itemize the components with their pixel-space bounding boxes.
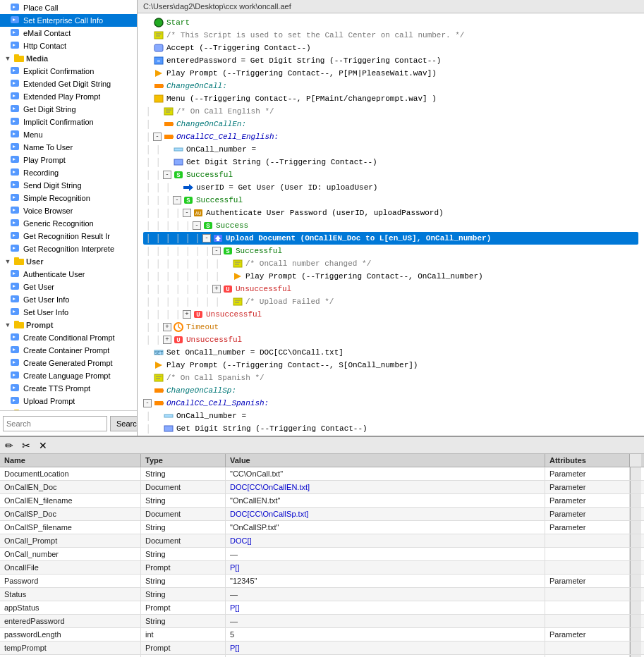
sidebar-item[interactable]: Authenticate User xyxy=(0,268,137,281)
sidebar-item[interactable]: Explicit Confirmation xyxy=(0,65,137,78)
sidebar-item[interactable]: Upload Prompt xyxy=(0,395,137,407)
table-row[interactable]: OnCall_numberString— xyxy=(0,548,644,561)
sidebar-item[interactable]: Create Conditional Prompt xyxy=(0,331,137,344)
table-row[interactable]: OncallFilePromptP[] xyxy=(0,561,644,575)
tree-line[interactable]: ││+UUnsuccessful xyxy=(143,333,638,346)
sidebar-item[interactable]: Create Language Prompt xyxy=(0,369,137,382)
tree-line[interactable]: ││+Timeout xyxy=(143,321,638,333)
tree-line[interactable]: ││││││-Upload Document (OnCallEN_Doc to … xyxy=(143,232,638,245)
tree-line[interactable]: ││││││││/* Upload Failed */ xyxy=(143,295,638,308)
search-button[interactable]: Search xyxy=(110,416,138,431)
sidebar-item[interactable]: Menu xyxy=(0,128,137,141)
expand-button[interactable]: - xyxy=(143,399,152,407)
sidebar-item[interactable]: Place Call xyxy=(0,1,137,14)
table-row[interactable]: appStatusPromptP[] xyxy=(0,601,644,615)
sidebar-item[interactable]: eMail Contact xyxy=(0,27,137,39)
tree-line[interactable]: │││││-SSuccess xyxy=(143,219,638,232)
expand-button[interactable]: + xyxy=(183,310,191,319)
sidebar-item[interactable]: ▼Media xyxy=(0,52,137,65)
table-row[interactable]: OnCallSP_DocDocumentDOC[CC\OnCallSp.txt]… xyxy=(0,508,644,521)
table-row[interactable]: PasswordString"12345"Parameter xyxy=(0,575,644,588)
sidebar-item[interactable]: Extended Play Prompt xyxy=(0,90,137,103)
expand-button[interactable]: - xyxy=(153,133,162,141)
tree-line[interactable]: │││userID = Get User (User ID: uploadUse… xyxy=(143,181,638,194)
tree-line[interactable]: ││OnCall_number = xyxy=(143,143,638,156)
expand-button[interactable]: + xyxy=(212,285,221,293)
tree-line[interactable]: │-OnCallCC_Cell_English: xyxy=(143,130,638,143)
tree-line[interactable]: │/* On Call English */ xyxy=(143,105,638,118)
tree-line[interactable]: ││-SSuccessful xyxy=(143,168,638,181)
cut-icon[interactable]: ✂ xyxy=(20,439,32,452)
table-row[interactable]: StatusString— xyxy=(0,588,644,601)
table-row[interactable]: OnCallSP_filenameString"OnCallSP.txt"Par… xyxy=(0,521,644,534)
sidebar-item[interactable]: Create Generated Prompt xyxy=(0,357,137,369)
expand-button[interactable]: + xyxy=(163,336,171,344)
tree-line[interactable]: │││││││+UUnsuccessful xyxy=(143,283,638,295)
tree-line[interactable]: │││-SSuccessful xyxy=(143,194,638,207)
sidebar-item[interactable]: Http Contact xyxy=(0,39,137,52)
table-row[interactable]: OnCall_PromptDocumentDOC[] xyxy=(0,534,644,548)
tree-line[interactable]: │││││││-SSuccessful xyxy=(143,245,638,257)
sidebar-item[interactable]: Recording xyxy=(0,166,137,179)
tree-line[interactable]: │-SSuccessful xyxy=(143,435,638,436)
expand-button[interactable]: - xyxy=(183,209,191,217)
sidebar-item[interactable]: Generic Recognition xyxy=(0,217,137,230)
expand-button[interactable]: + xyxy=(163,323,171,331)
tree-line[interactable]: │ChangeOnCallEn: xyxy=(143,118,638,130)
tree-line[interactable]: Play Prompt (--Triggering Contact--, S[O… xyxy=(143,359,638,372)
tree-line[interactable]: ││││││││Play Prompt (--Triggering Contac… xyxy=(143,270,638,283)
edit-icon[interactable]: ✏ xyxy=(3,439,16,452)
tree-line[interactable]: │OnCall_number = xyxy=(143,410,638,422)
tree-line[interactable]: Menu (--Triggering Contact--, P[PMaint/c… xyxy=(143,92,638,105)
tree-line[interactable]: ChangeOnCall: xyxy=(143,80,638,92)
tree-line[interactable]: =enteredPassword = Get Digit String (--T… xyxy=(143,54,638,67)
sidebar-item[interactable]: Get Recognition Interprete xyxy=(0,242,137,255)
code-body[interactable]: Start/* This Script is used to set the C… xyxy=(138,13,644,436)
table-row[interactable]: enteredPasswordString— xyxy=(0,615,644,628)
expand-button[interactable]: - xyxy=(212,247,221,255)
tree-line[interactable]: Accept (--Triggering Contact--) xyxy=(143,42,638,54)
tree-line[interactable]: ChangeOnCallSp: xyxy=(143,384,638,397)
tree-line[interactable]: SETSet OnCall_number = DOC[CC\OnCall.txt… xyxy=(143,346,638,359)
sidebar-item[interactable]: ▼User xyxy=(0,255,137,268)
tree-line[interactable]: ││Get Digit String (--Triggering Contact… xyxy=(143,156,638,168)
sidebar-item[interactable]: Get Recognition Result Ir xyxy=(0,230,137,242)
search-input[interactable] xyxy=(3,416,107,431)
sidebar-item[interactable]: Play Prompt xyxy=(0,154,137,166)
sidebar-item[interactable]: Get Digit String xyxy=(0,103,137,116)
table-row[interactable]: OnCallEN_DocDocumentDOC[CC\OnCallEN.txt]… xyxy=(0,481,644,494)
sidebar-item[interactable]: ▼Prompt xyxy=(0,319,137,331)
tree-line[interactable]: ││││-AUAuthenticate User Password (userI… xyxy=(143,207,638,219)
tree-line[interactable]: /* On Call Spanish */ xyxy=(143,372,638,384)
sidebar-item[interactable]: Send Digit String xyxy=(0,179,137,192)
tree-line[interactable]: ││││││││/* OnCall number changed */ xyxy=(143,257,638,270)
sidebar-item[interactable]: Extended Get Digit String xyxy=(0,78,137,90)
tree-line[interactable]: Start xyxy=(143,16,638,29)
tree-line[interactable]: -OnCallCC_Cell_Spanish: xyxy=(143,397,638,410)
sidebar-item[interactable]: Voice Browser xyxy=(0,204,137,217)
sidebar-item[interactable]: Set Enterprise Call Info xyxy=(0,14,137,27)
sidebar-item[interactable]: Set User Info xyxy=(0,306,137,319)
sidebar-item[interactable]: Create Container Prompt xyxy=(0,344,137,357)
expand-button[interactable]: - xyxy=(173,196,181,204)
tree-line[interactable]: │Get Digit String (--Triggering Contact-… xyxy=(143,422,638,435)
sidebar-item[interactable]: Implicit Confirmation xyxy=(0,116,137,128)
table-row[interactable]: OnCallEN_filenameString"OnCallEN.txt"Par… xyxy=(0,494,644,508)
tree-line[interactable]: ││││+UUnsuccessful xyxy=(143,308,638,321)
sidebar-item[interactable]: Name To User xyxy=(0,141,137,154)
sidebar-tree[interactable]: Place CallSet Enterprise Call InfoeMail … xyxy=(0,0,137,410)
delete-icon[interactable]: ✕ xyxy=(37,439,49,452)
expand-button[interactable]: - xyxy=(163,171,171,179)
sidebar-item[interactable]: Create TTS Prompt xyxy=(0,382,137,395)
expand-button[interactable]: - xyxy=(193,221,201,230)
tree-line[interactable]: /* This Script is used to set the Call C… xyxy=(143,29,638,42)
sidebar-item[interactable]: Get User Info xyxy=(0,293,137,306)
table-row[interactable]: passwordLengthint5Parameter xyxy=(0,628,644,641)
tree-line[interactable]: Play Prompt (--Triggering Contact--, P[P… xyxy=(143,67,638,80)
table-row[interactable]: DocumentLocationString"CC\OnCall.txt"Par… xyxy=(0,467,644,481)
table-row[interactable]: tempPromptPromptP[] xyxy=(0,641,644,655)
props-body[interactable]: DocumentLocationString"CC\OnCall.txt"Par… xyxy=(0,467,644,657)
expand-button[interactable]: - xyxy=(202,234,211,242)
sidebar-item[interactable]: Simple Recognition xyxy=(0,192,137,204)
sidebar-item[interactable]: Get User xyxy=(0,281,137,293)
